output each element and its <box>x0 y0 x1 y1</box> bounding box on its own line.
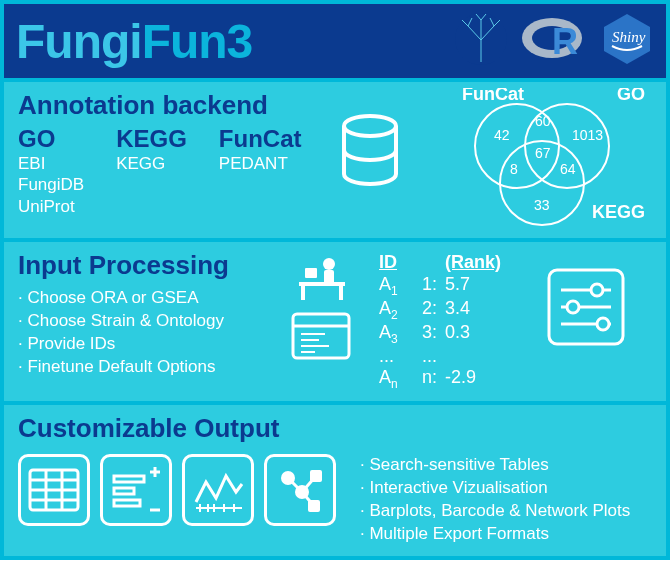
venn-label-funcat: FunCat <box>462 88 524 104</box>
annotation-panel: Annotation backend GO EBI FungiDB UniPro… <box>4 82 666 238</box>
person-at-desk-icon <box>291 254 351 306</box>
shiny-logo-icon: Shiny <box>600 12 654 70</box>
output-icons <box>18 454 348 526</box>
svg-point-26 <box>591 284 603 296</box>
col-sub: PEDANT <box>219 153 302 174</box>
table-icon <box>18 454 90 526</box>
col-sub: FungiDB <box>18 174 84 195</box>
svg-rect-36 <box>114 488 134 494</box>
svg-text:R: R <box>552 21 578 62</box>
venn-val: 33 <box>534 197 550 213</box>
venn-val: 64 <box>560 161 576 177</box>
venn-val: 67 <box>535 145 551 161</box>
bullet: Choose Strain & Ontology <box>18 310 263 333</box>
col-sub: UniProt <box>18 196 84 217</box>
svg-point-10 <box>323 258 335 270</box>
svg-rect-37 <box>114 500 140 506</box>
svg-rect-11 <box>324 270 334 284</box>
svg-rect-51 <box>310 470 322 482</box>
database-icon <box>339 114 401 190</box>
output-title: Customizable Output <box>18 413 652 444</box>
zoom-chart-icon <box>100 454 172 526</box>
col-sub: KEGG <box>116 153 187 174</box>
bullet: Search-sensitive Tables <box>360 454 652 477</box>
tree-logo-icon <box>454 12 508 70</box>
input-example-table: ID(Rank) A11:5.7 A22:3.4 A33:0.3 ...... … <box>379 252 519 391</box>
output-panel: Customizable Output Search-sensitive Tab… <box>4 405 666 556</box>
col-sub: EBI <box>18 153 84 174</box>
input-panel: Input Processing Choose ORA or GSEA Choo… <box>4 242 666 401</box>
bullet: Finetune Default Options <box>18 356 263 379</box>
bullet: Barplots, Barcode & Network Plots <box>360 500 652 523</box>
title-part1: Fungi <box>16 15 142 68</box>
svg-point-27 <box>567 301 579 313</box>
bullet: Interactive Vizualisation <box>360 477 652 500</box>
col-head: FunCat <box>219 125 302 153</box>
table-row: ...... <box>379 346 519 368</box>
col-head: KEGG <box>116 125 187 153</box>
bullet: Provide IDs <box>18 333 263 356</box>
poster: FungiFun3 R Shiny Annotation backend GO … <box>0 0 670 560</box>
app-title: FungiFun3 <box>16 14 252 69</box>
annotation-col-kegg: KEGG KEGG <box>116 125 187 217</box>
svg-rect-53 <box>308 500 320 512</box>
svg-text:Shiny: Shiny <box>612 29 646 45</box>
svg-rect-14 <box>339 286 343 300</box>
svg-point-28 <box>597 318 609 330</box>
svg-rect-15 <box>305 268 317 278</box>
network-plot-icon <box>264 454 336 526</box>
venn-diagram: FunCat GO KEGG 42 1013 33 60 8 64 67 <box>432 88 652 238</box>
venn-val: 60 <box>535 113 551 129</box>
svg-point-52 <box>295 485 309 499</box>
venn-val: 42 <box>494 127 510 143</box>
svg-point-50 <box>281 471 295 485</box>
annotation-col-funcat: FunCat PEDANT <box>219 125 302 217</box>
venn-label-kegg: KEGG <box>592 202 645 222</box>
venn-val: 8 <box>510 161 518 177</box>
venn-val: 1013 <box>572 127 603 143</box>
table-head-rank: (Rank) <box>445 252 501 274</box>
table-row: A11:5.7 <box>379 274 519 298</box>
input-bullets: Choose ORA or GSEA Choose Strain & Ontol… <box>18 287 263 379</box>
bullet: Choose ORA or GSEA <box>18 287 263 310</box>
table-row: A22:3.4 <box>379 298 519 322</box>
col-head: GO <box>18 125 84 153</box>
bullet: Multiple Export Formats <box>360 523 652 546</box>
header-icons: R Shiny <box>454 12 654 70</box>
svg-rect-12 <box>299 282 345 286</box>
annotation-col-go: GO EBI FungiDB UniProt <box>18 125 84 217</box>
table-head-id: ID <box>379 252 405 274</box>
svg-rect-35 <box>114 476 144 482</box>
title-part2: Fun3 <box>142 15 253 68</box>
code-window-icon <box>291 312 351 364</box>
r-logo-icon: R <box>522 12 586 70</box>
output-bullets: Search-sensitive Tables Interactive Vizu… <box>360 454 652 546</box>
barcode-plot-icon <box>182 454 254 526</box>
venn-label-go: GO <box>617 88 645 104</box>
table-row: A33:0.3 <box>379 322 519 346</box>
svg-point-6 <box>344 116 396 136</box>
table-row: Ann:-2.9 <box>379 367 519 391</box>
svg-rect-13 <box>301 286 305 300</box>
sliders-icon <box>547 268 625 391</box>
header-bar: FungiFun3 R Shiny <box>4 4 666 78</box>
input-title: Input Processing <box>18 250 263 281</box>
